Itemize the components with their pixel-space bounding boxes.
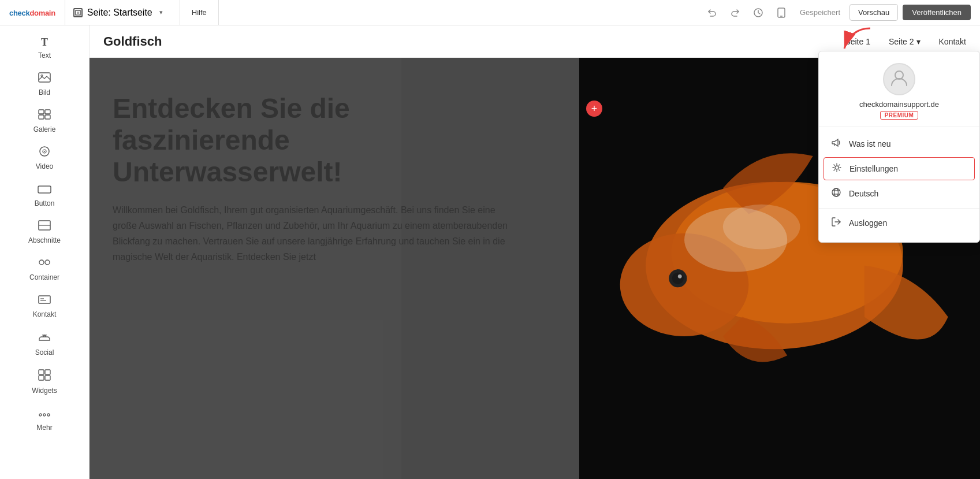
contact-icon: [38, 294, 51, 307]
more-icon: [38, 407, 51, 421]
svg-point-41: [832, 188, 840, 196]
sidebar-item-container-label: Container: [29, 273, 59, 281]
social-icon: [38, 331, 51, 346]
ausloggen-label: Ausloggen: [849, 218, 887, 228]
canvas-area[interactable]: Goldfisch Seite 1 Seite 2 ▾ Kontakt: [90, 25, 980, 479]
nav-link-seite2[interactable]: Seite 2 ▾: [889, 37, 921, 46]
user-dropdown: checkdomainsupport.de PREMIUM Was ist ne…: [818, 51, 980, 243]
page-tab[interactable]: Seite: Startseite ▾: [65, 0, 180, 25]
svg-point-19: [45, 260, 50, 265]
svg-point-18: [39, 260, 44, 265]
svg-point-14: [44, 151, 45, 152]
redo-button[interactable]: [726, 3, 744, 22]
avatar-icon: [889, 68, 909, 91]
nav-link-seite1[interactable]: Seite 1: [845, 37, 870, 46]
svg-rect-6: [39, 73, 50, 82]
svg-rect-9: [45, 110, 50, 114]
svg-point-35: [723, 205, 800, 250]
nav-dropdown-chevron: ▾: [916, 37, 921, 46]
hero-title: Entdecken Sie die faszinierende Unterwas…: [113, 92, 512, 188]
sidebar-item-social[interactable]: Social: [2, 325, 87, 362]
globe-icon: [830, 187, 842, 200]
svg-rect-26: [45, 376, 50, 380]
gallery-icon: [38, 109, 51, 122]
undo-button[interactable]: [703, 3, 721, 22]
was-ist-neu-label: Was ist neu: [849, 139, 891, 148]
einstellungen-label: Einstellungen: [849, 164, 898, 173]
svg-rect-25: [39, 376, 44, 380]
publish-button[interactable]: Veröffentlichen: [903, 5, 971, 20]
dropdown-item-deutsch[interactable]: Deutsch: [819, 181, 979, 206]
svg-point-28: [43, 414, 46, 416]
user-dropdown-header: checkdomainsupport.de PREMIUM: [819, 58, 979, 127]
hero-text: Willkommen bei Goldfisch, Ihrem gut orga…: [113, 202, 512, 265]
sidebar-item-button[interactable]: Button: [2, 177, 87, 213]
nav-links: Seite 1 Seite 2 ▾ Kontakt: [845, 37, 966, 46]
dropdown-item-was-ist-neu[interactable]: Was ist neu: [819, 132, 979, 156]
svg-point-39: [895, 71, 903, 79]
svg-rect-8: [39, 110, 44, 114]
svg-rect-15: [38, 186, 51, 193]
svg-point-27: [39, 414, 42, 416]
dropdown-item-einstellungen[interactable]: Einstellungen: [824, 157, 975, 180]
svg-rect-24: [45, 370, 50, 374]
site-logo: Goldfisch: [103, 34, 845, 49]
premium-badge: PREMIUM: [880, 111, 919, 120]
preview-button[interactable]: Vorschau: [849, 4, 898, 21]
sidebar-item-bild[interactable]: Bild: [2, 66, 87, 102]
sidebar-item-kontakt-label: Kontakt: [33, 310, 57, 318]
sidebar-item-social-label: Social: [35, 348, 54, 357]
main-layout: T Text Bild Galerie Video: [0, 25, 980, 479]
sidebar-item-text[interactable]: T Text: [2, 31, 87, 65]
dropdown-item-ausloggen[interactable]: Ausloggen: [819, 211, 979, 235]
widgets-icon: [38, 369, 51, 384]
logout-icon: [830, 217, 842, 229]
video-icon: [38, 146, 51, 159]
saved-status: Gespeichert: [795, 8, 845, 17]
help-link[interactable]: Hilfe: [180, 0, 219, 25]
svg-rect-20: [39, 296, 50, 303]
sidebar-item-mehr[interactable]: Mehr: [2, 402, 87, 437]
topbar: checkdomain Seite: Startseite ▾ Hilfe Ge…: [0, 0, 980, 25]
svg-rect-10: [39, 115, 44, 119]
sidebar-item-container[interactable]: Container: [2, 251, 87, 287]
sidebar-item-video-label: Video: [36, 162, 53, 170]
deutsch-label: Deutsch: [849, 189, 878, 198]
svg-point-40: [835, 166, 839, 169]
sidebar-item-text-label: Text: [38, 51, 51, 60]
sidebar-item-galerie-label: Galerie: [33, 125, 56, 133]
sidebar-item-kontakt[interactable]: Kontakt: [2, 288, 87, 324]
svg-point-37: [672, 273, 684, 284]
text-icon: T: [41, 36, 48, 49]
gear-icon: [831, 162, 843, 175]
svg-point-29: [47, 414, 50, 416]
sidebar-item-abschnitte-label: Abschnitte: [28, 236, 61, 244]
history-button[interactable]: [749, 3, 767, 22]
page-tab-label: Seite: Startseite: [87, 8, 152, 18]
nav-link-kontakt[interactable]: Kontakt: [939, 37, 966, 46]
chevron-down-icon: ▾: [159, 9, 163, 16]
add-section-button[interactable]: +: [586, 101, 602, 117]
user-avatar: [883, 63, 915, 95]
svg-point-7: [41, 75, 43, 77]
sidebar-item-bild-label: Bild: [39, 88, 50, 96]
button-icon: [38, 183, 51, 196]
image-icon: [38, 72, 51, 86]
sidebar-item-abschnitte[interactable]: Abschnitte: [2, 214, 87, 250]
sections-icon: [38, 220, 51, 233]
mobile-preview-button[interactable]: [772, 3, 791, 22]
megaphone-icon: [830, 138, 842, 150]
svg-rect-11: [45, 115, 50, 119]
svg-point-38: [678, 274, 682, 279]
svg-rect-0: [76, 10, 80, 15]
page-icon: [73, 8, 83, 17]
topbar-actions: Gespeichert Vorschau Veröffentlichen: [694, 3, 980, 22]
sidebar-item-widgets[interactable]: Widgets: [2, 363, 87, 400]
logo[interactable]: checkdomain: [0, 8, 65, 18]
sidebar-item-mehr-label: Mehr: [36, 424, 52, 432]
hero-content: Entdecken Sie die faszinierende Unterwas…: [90, 58, 535, 479]
sidebar-item-button-label: Button: [35, 199, 55, 207]
sidebar-item-widgets-label: Widgets: [32, 387, 57, 395]
sidebar-item-galerie[interactable]: Galerie: [2, 103, 87, 139]
sidebar-item-video[interactable]: Video: [2, 140, 87, 176]
